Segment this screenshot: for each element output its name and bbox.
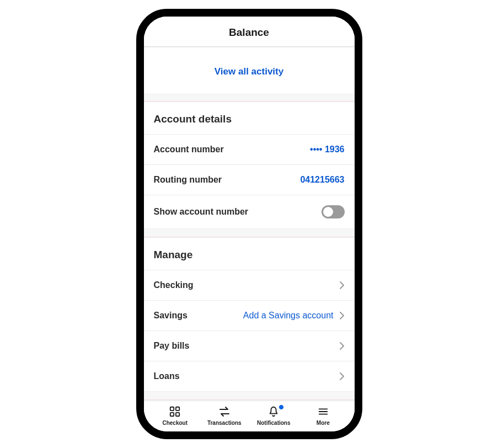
chevron-right-icon [339, 281, 345, 290]
swap-icon [218, 406, 231, 418]
grid-icon [169, 406, 181, 418]
svg-rect-0 [170, 407, 174, 410]
phone-frame: Balance View all activity Account detail… [136, 9, 362, 439]
checking-label: Checking [154, 280, 194, 290]
tab-bar: Checkout Transactions Notifications Mo [144, 401, 355, 431]
tab-notifications-label: Notifications [257, 420, 291, 426]
manage-pay-bills-row[interactable]: Pay bills [144, 330, 355, 361]
chevron-right-icon [339, 372, 345, 381]
pay-bills-label: Pay bills [154, 341, 190, 351]
bell-icon [267, 406, 280, 418]
svg-rect-2 [170, 413, 174, 416]
account-details-section: Account details Account number •••• 1936… [144, 102, 355, 229]
manage-header: Manage [144, 238, 355, 270]
divider [144, 399, 355, 400]
manage-section: Manage Checking Savings Add a Savings ac… [144, 237, 355, 392]
tab-notifications[interactable]: Notifications [249, 406, 299, 426]
account-number-value: •••• 1936 [310, 145, 344, 154]
account-number-label: Account number [154, 145, 224, 154]
routing-number-row[interactable]: Routing number 041215663 [144, 164, 355, 195]
chevron-right-icon [339, 311, 345, 320]
activity-card: View all activity [144, 47, 355, 94]
add-savings-link[interactable]: Add a Savings account [243, 311, 334, 321]
manage-loans-row[interactable]: Loans [144, 361, 355, 391]
screen: Balance View all activity Account detail… [144, 17, 355, 431]
page-title: Balance [144, 17, 355, 47]
manage-checking-row[interactable]: Checking [144, 270, 355, 300]
page-title-text: Balance [229, 26, 269, 38]
scroll-content[interactable]: View all activity Account details Accoun… [144, 47, 355, 401]
account-number-row[interactable]: Account number •••• 1936 [144, 134, 355, 164]
tab-more-label: More [317, 420, 330, 426]
tab-checkout-label: Checkout [162, 420, 188, 426]
notification-badge [279, 404, 284, 410]
menu-icon [317, 406, 329, 418]
view-all-activity-link[interactable]: View all activity [144, 52, 355, 94]
tab-checkout[interactable]: Checkout [151, 406, 200, 426]
tab-transactions[interactable]: Transactions [200, 406, 249, 426]
tab-more[interactable]: More [298, 406, 348, 426]
chevron-right-icon [339, 342, 345, 350]
account-details-header: Account details [144, 102, 355, 134]
toggle-knob [323, 207, 333, 217]
show-account-number-toggle[interactable] [322, 205, 345, 218]
routing-number-label: Routing number [154, 175, 222, 185]
manage-savings-row[interactable]: Savings Add a Savings account [144, 300, 355, 330]
tab-transactions-label: Transactions [207, 420, 242, 426]
show-account-number-label: Show account number [154, 207, 249, 217]
svg-rect-3 [176, 413, 179, 416]
loans-label: Loans [154, 371, 180, 381]
routing-number-value: 041215663 [300, 175, 344, 185]
show-account-number-row: Show account number [144, 195, 355, 228]
savings-label: Savings [154, 311, 188, 321]
svg-rect-1 [176, 407, 179, 410]
